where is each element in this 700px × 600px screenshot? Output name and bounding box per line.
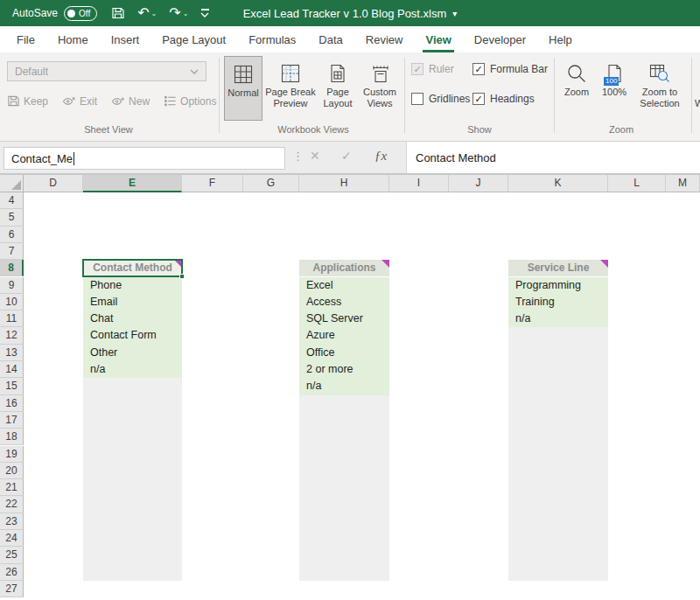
row-header-9[interactable]: 9 xyxy=(0,277,24,294)
tab-file[interactable]: File xyxy=(5,26,46,52)
row-header-16[interactable]: 16 xyxy=(0,395,24,412)
normal-view-button[interactable]: Normal xyxy=(224,56,262,121)
list-header-cell-K8[interactable]: Service Line xyxy=(508,260,608,276)
tab-data[interactable]: Data xyxy=(307,26,354,52)
zoom-100-button[interactable]: 100 100% xyxy=(597,56,632,121)
row-header-12[interactable]: 12 xyxy=(0,327,24,344)
undo-button[interactable]: ↶ ⌄ xyxy=(137,6,157,20)
col-header-H[interactable]: H xyxy=(299,175,389,192)
list-item-cell[interactable]: Excel xyxy=(299,277,389,294)
tab-view[interactable]: View xyxy=(414,26,462,52)
zoom-to-selection-button[interactable]: Zoom to Selection xyxy=(634,56,686,121)
tab-page-layout[interactable]: Page Layout xyxy=(150,26,237,52)
list-item-cell[interactable]: 2 or more xyxy=(299,361,389,378)
col-header-E[interactable]: E xyxy=(83,175,182,192)
list-item-cell[interactable]: Office xyxy=(299,345,389,361)
redo-button[interactable]: ↷ ⌄ xyxy=(169,6,188,20)
tab-developer[interactable]: Developer xyxy=(463,26,537,52)
col-header-M[interactable]: M xyxy=(666,175,700,192)
title-dropdown-icon[interactable]: ▾ xyxy=(452,9,457,18)
fill-handle[interactable] xyxy=(179,274,185,279)
autosave-switch[interactable]: Off xyxy=(64,6,97,21)
save-icon[interactable] xyxy=(111,6,125,20)
col-header-F[interactable]: F xyxy=(182,175,243,192)
list-item-cell[interactable]: Email xyxy=(83,294,182,310)
keep-sheet-view-button[interactable]: Keep xyxy=(7,94,48,108)
checkbox-formula-bar[interactable]: ✓Formula Bar xyxy=(472,63,548,75)
list-item-cell[interactable]: Chat xyxy=(83,310,182,327)
col-header-I[interactable]: I xyxy=(389,175,449,192)
new-sheet-view-button[interactable]: New xyxy=(111,94,150,108)
tab-insert[interactable]: Insert xyxy=(100,26,151,52)
namebox-resize-handle[interactable]: ⋮ xyxy=(292,150,304,163)
checkbox-ruler[interactable]: ✓Ruler xyxy=(411,63,454,75)
checkbox-headings[interactable]: ✓Headings xyxy=(472,93,535,105)
row-header-15[interactable]: 15 xyxy=(0,378,24,394)
list-item-cell[interactable]: Programming xyxy=(508,277,608,294)
row-header-27[interactable]: 27 xyxy=(0,581,24,597)
row-header-11[interactable]: 11 xyxy=(0,310,24,327)
list-item-cell[interactable]: SQL Server xyxy=(299,310,389,327)
row-header-22[interactable]: 22 xyxy=(0,496,24,513)
row-header-17[interactable]: 17 xyxy=(0,412,24,429)
enter-icon[interactable]: ✓ xyxy=(341,149,352,163)
list-item-cell[interactable]: Phone xyxy=(83,277,182,294)
list-item-cell[interactable]: Contact Form xyxy=(83,327,182,344)
row-header-25[interactable]: 25 xyxy=(0,547,24,563)
name-box-input[interactable]: Contact_Me xyxy=(4,147,285,170)
row-header-10[interactable]: 10 xyxy=(0,294,24,310)
tab-help[interactable]: Help xyxy=(537,26,584,52)
col-header-L[interactable]: L xyxy=(608,175,666,192)
list-item-cell[interactable]: n/a xyxy=(299,378,389,394)
row-header-14[interactable]: 14 xyxy=(0,361,24,378)
list-item-cell[interactable]: Training xyxy=(508,294,608,310)
formula-bar-input[interactable]: Contact Method xyxy=(406,142,700,173)
col-header-K[interactable]: K xyxy=(508,175,608,192)
list-header-cell-H8[interactable]: Applications xyxy=(299,260,389,276)
checkbox-box-icon[interactable]: ✓ xyxy=(472,63,485,75)
col-header-J[interactable]: J xyxy=(449,175,508,192)
sheet-view-options-button[interactable]: Options xyxy=(164,94,216,108)
list-empty-range-E[interactable] xyxy=(83,378,182,581)
row-header-7[interactable]: 7 xyxy=(0,243,24,260)
list-empty-range-K[interactable] xyxy=(508,327,608,581)
row-header-24[interactable]: 24 xyxy=(0,530,24,547)
checkbox-box-icon[interactable] xyxy=(411,93,424,105)
col-header-G[interactable]: G xyxy=(243,175,299,192)
checkbox-gridlines[interactable]: Gridlines xyxy=(411,93,470,105)
row-header-5[interactable]: 5 xyxy=(0,209,24,226)
insert-function-icon[interactable]: ƒx xyxy=(374,149,387,164)
list-item-cell[interactable]: Access xyxy=(299,294,389,310)
row-header-21[interactable]: 21 xyxy=(0,479,24,496)
list-empty-range-H[interactable] xyxy=(299,395,389,581)
list-item-cell[interactable]: Azure xyxy=(299,327,389,344)
row-header-13[interactable]: 13 xyxy=(0,345,24,361)
tab-formulas[interactable]: Formulas xyxy=(237,26,307,52)
tab-home[interactable]: Home xyxy=(46,26,100,52)
page-break-preview-button[interactable]: Page Break Preview xyxy=(264,56,317,121)
row-header-20[interactable]: 20 xyxy=(0,463,24,479)
cancel-icon[interactable]: ✕ xyxy=(310,149,320,163)
checkbox-box-icon[interactable]: ✓ xyxy=(472,93,485,105)
list-item-cell[interactable]: n/a xyxy=(83,361,182,378)
undo-dropdown-icon[interactable]: ⌄ xyxy=(151,10,158,17)
row-header-26[interactable]: 26 xyxy=(0,564,24,581)
select-all-corner[interactable] xyxy=(0,175,24,192)
row-header-6[interactable]: 6 xyxy=(0,227,24,243)
sheet-view-dropdown[interactable]: Default xyxy=(7,61,206,81)
custom-views-button[interactable]: Custom Views xyxy=(359,56,401,121)
document-title[interactable]: Excel Lead Tracker v 1.0 Blog Post.xlsm … xyxy=(243,7,458,20)
checkbox-box-icon[interactable]: ✓ xyxy=(411,63,424,75)
customize-quick-access-icon[interactable] xyxy=(200,9,209,17)
row-header-4[interactable]: 4 xyxy=(0,192,24,209)
zoom-button[interactable]: Zoom xyxy=(558,56,595,121)
row-header-19[interactable]: 19 xyxy=(0,446,24,463)
list-item-cell[interactable]: n/a xyxy=(508,310,608,327)
active-cell-selection[interactable] xyxy=(82,259,183,277)
exit-sheet-view-button[interactable]: Exit xyxy=(62,94,97,108)
row-header-18[interactable]: 18 xyxy=(0,429,24,445)
list-item-cell[interactable]: Other xyxy=(83,345,182,361)
row-header-23[interactable]: 23 xyxy=(0,513,24,530)
row-header-8[interactable]: 8 xyxy=(0,260,24,276)
autosave-toggle[interactable]: AutoSave Off xyxy=(12,6,97,21)
